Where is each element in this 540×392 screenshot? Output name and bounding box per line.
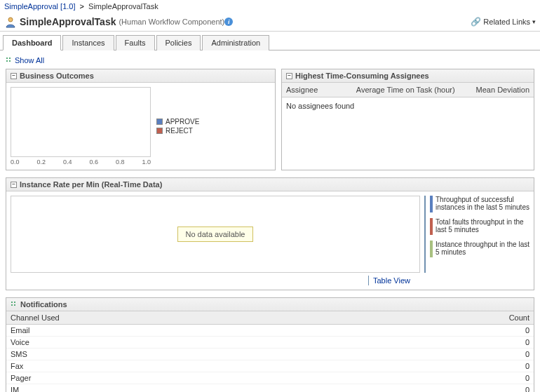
cell-count: 0 <box>356 384 534 393</box>
table-row: Email0 <box>6 325 534 337</box>
workflow-icon <box>4 15 17 28</box>
tab-faults[interactable]: Faults <box>116 35 155 50</box>
table-row: SMS0 <box>6 349 534 360</box>
svg-point-0 <box>8 18 13 22</box>
page-title: SimpleApprovalTask <box>20 16 116 27</box>
col-mean-dev[interactable]: Mean Deviation <box>459 83 534 97</box>
tab-dashboard[interactable]: Dashboard <box>3 35 61 50</box>
chart-x-ticks: 0.0 0.2 0.4 0.6 0.8 1.0 <box>11 157 151 165</box>
table-row: Fax0 <box>6 360 534 372</box>
page-subtitle: (Human Workflow Component) <box>119 18 224 26</box>
collapse-icon[interactable]: − <box>286 73 292 79</box>
show-all-link[interactable]: Show All <box>6 56 534 65</box>
assignees-empty: No assignees found <box>282 97 534 114</box>
assignees-table: Assignee Average Time on Task (hour) Mea… <box>282 83 534 97</box>
col-channel[interactable]: Channel Used <box>6 311 356 325</box>
tab-policies[interactable]: Policies <box>156 35 201 50</box>
collapse-icon[interactable]: − <box>11 73 17 79</box>
outcomes-legend: APPROVE REJECT <box>156 87 199 165</box>
swatch-approve <box>156 119 163 125</box>
cell-channel: Pager <box>6 372 356 384</box>
cell-channel: Fax <box>6 360 356 372</box>
notifications-table: Channel Used Count Email0Voice0SMS0Fax0P… <box>6 311 534 392</box>
chain-icon: 🔗 <box>471 17 481 27</box>
expand-icon <box>6 57 13 64</box>
col-avg-time[interactable]: Average Time on Task (hour) <box>330 83 459 97</box>
table-row: IM0 <box>6 384 534 393</box>
table-view-link[interactable]: Table View <box>373 276 410 285</box>
cell-channel: Email <box>6 325 356 337</box>
chevron-down-icon: ▾ <box>532 18 536 25</box>
panel-instance-rate: − Instance Rate per Min (Real-Time Data)… <box>6 177 534 290</box>
expand-icon[interactable] <box>11 301 18 308</box>
cell-channel: SMS <box>6 349 356 360</box>
cell-count: 0 <box>356 337 534 349</box>
related-links[interactable]: 🔗 Related Links ▾ <box>471 17 536 27</box>
collapse-icon[interactable]: − <box>11 182 17 188</box>
info-icon[interactable]: i <box>224 18 233 26</box>
cell-channel: Voice <box>6 337 356 349</box>
panel-title: Business Outcomes <box>20 72 94 80</box>
swatch-success <box>430 196 433 212</box>
outcomes-chart <box>11 87 151 157</box>
tab-administration[interactable]: Administration <box>202 35 269 50</box>
col-count[interactable]: Count <box>356 311 534 325</box>
instance-legend: Throughput of successful instances in th… <box>424 196 529 273</box>
table-row: Pager0 <box>6 372 534 384</box>
no-data-message: No data available <box>177 227 252 242</box>
swatch-faults <box>430 218 433 235</box>
page-header: SimpleApprovalTask (Human Workflow Compo… <box>0 13 540 32</box>
cell-count: 0 <box>356 325 534 337</box>
panel-title: Instance Rate per Min (Real-Time Data) <box>20 180 162 189</box>
panel-title: Highest Time-Consuming Assignees <box>295 72 429 80</box>
breadcrumb-current: SimpleApprovalTask <box>88 2 158 11</box>
separator <box>368 276 369 285</box>
cell-count: 0 <box>356 372 534 384</box>
instance-chart: No data available <box>11 196 420 273</box>
cell-channel: IM <box>6 384 356 393</box>
table-row: Voice0 <box>6 337 534 349</box>
panel-assignees: − Highest Time-Consuming Assignees Assig… <box>281 69 534 170</box>
swatch-reject <box>156 128 163 134</box>
panel-business-outcomes: − Business Outcomes 0.0 0.2 0.4 0.6 0.8 … <box>6 69 276 170</box>
col-assignee[interactable]: Assignee <box>282 83 330 97</box>
tab-instances[interactable]: Instances <box>62 35 114 50</box>
swatch-throughput <box>430 241 433 257</box>
panel-title: Notifications <box>20 300 67 309</box>
breadcrumb-sep: > <box>80 2 84 11</box>
breadcrumb-parent[interactable]: SimpleApproval [1.0] <box>4 2 76 11</box>
cell-count: 0 <box>356 349 534 360</box>
breadcrumb: SimpleApproval [1.0] > SimpleApprovalTas… <box>0 0 540 13</box>
tabs: Dashboard Instances Faults Policies Admi… <box>0 34 540 50</box>
panel-notifications: Notifications Channel Used Count Email0V… <box>6 297 534 392</box>
cell-count: 0 <box>356 360 534 372</box>
